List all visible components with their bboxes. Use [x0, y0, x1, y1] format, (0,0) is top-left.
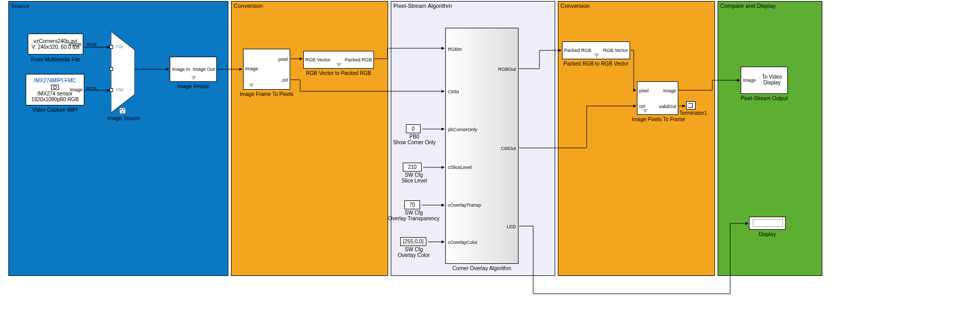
subsystem-arrow-icon — [249, 83, 254, 88]
resize-out: Image Out — [193, 67, 215, 72]
camera-icon — [50, 83, 60, 91]
region-title-conv2: Conversion — [560, 3, 590, 9]
algo-in-rgb: RGBIn — [448, 47, 462, 52]
slice-cap1: SW Cfg — [398, 172, 430, 178]
mipi-line2: IMX274 sensor — [37, 91, 72, 97]
unpack-caption: Packed RGB to RGB Vector — [559, 61, 633, 67]
subsystem-arrow-icon — [594, 54, 599, 58]
rgbvec-in: RGB Vector — [305, 57, 331, 62]
rgb-vector-to-packed-block[interactable]: RGB Vector Packed RGB — [303, 51, 374, 69]
display-inner — [753, 219, 783, 227]
algo-out-rgb: RGBOut — [498, 67, 516, 72]
switch-center-dot — [109, 67, 113, 71]
color-cap2: Overlay Color — [394, 252, 434, 258]
image-frame-to-pixels-block[interactable]: Image pixel ctrl — [243, 49, 290, 90]
region-title-source: Source — [11, 3, 29, 9]
subsystem-arrow-icon — [336, 63, 342, 67]
pb0-cap1: PB0 — [396, 134, 433, 140]
switch-caption: Image Source — [107, 115, 139, 121]
resize-in: Image In — [172, 67, 190, 72]
region-title-conv1: Conversion — [234, 3, 263, 9]
subsystem-arrow-icon — [191, 76, 196, 80]
algo-in-color: cOverlayColor — [448, 240, 478, 245]
svg-rect-4 — [120, 109, 122, 110]
display-block[interactable] — [749, 217, 786, 230]
color-cap1: SW Cfg — [398, 247, 430, 252]
display-caption: Display — [749, 231, 786, 237]
algo-out-led: LED — [506, 224, 516, 229]
svg-point-1 — [53, 86, 57, 89]
mmfile-caption: From Multimedia File — [28, 57, 83, 62]
switch-port-file-dot — [109, 45, 113, 49]
svg-rect-6 — [122, 111, 124, 113]
terminator-block[interactable] — [686, 101, 696, 110]
tovideo-caption: Pixel-Stream Output — [737, 95, 791, 101]
region-conversion-1: Conversion — [231, 1, 388, 276]
algo-in-pb: pbCornerOnly — [448, 127, 477, 132]
from-multimedia-file-block[interactable]: vzCorners240p.avi V: 240x320, 60.0 fps I… — [28, 34, 83, 55]
f2p-out-ctrl: ctrl — [282, 78, 288, 83]
pb0-cap2: Show Corner Only — [391, 140, 438, 145]
switch-port-hw: HW — [116, 87, 124, 92]
p2f-pixel: pixel — [639, 88, 649, 93]
svg-rect-3 — [119, 108, 126, 114]
p2f-image: Image — [663, 88, 676, 93]
algo-in-transp: cOverlayTransp — [448, 202, 481, 208]
terminator-caption: Terminator1 — [679, 110, 708, 116]
image-resize-block[interactable]: Image In Image Out — [170, 57, 217, 82]
transp-cap1: SW Cfg — [398, 210, 430, 216]
p2f-valid: validOut — [659, 104, 676, 109]
slice-cap2: Slice Level — [396, 178, 433, 184]
pb0-constant[interactable]: 0 — [406, 124, 421, 133]
unpack-out: RGB Vector — [603, 48, 628, 53]
subsystem-arrow-icon — [643, 109, 648, 113]
image-pixels-to-frame-block[interactable]: pixel ctrl Image validOut — [637, 81, 678, 115]
mipi-port-image: Image — [70, 87, 83, 92]
mipi-caption: Video Capture MIPI — [26, 107, 84, 113]
p2f-ctrl: ctrl — [639, 104, 645, 109]
packed-rgb-to-rgb-vector-block[interactable]: Packed RGB RGB Vector — [562, 41, 630, 59]
transp-cap2: Overlay Transparency — [388, 216, 440, 221]
rgbpack-caption: RGB Vector to Packed RGB — [303, 70, 374, 76]
unpack-in: Packed RGB — [564, 48, 591, 53]
switch-port-hw-dot — [109, 88, 113, 92]
region-title-compare: Compare and Display — [720, 3, 776, 9]
algo-in-slice: cSliceLevel — [448, 165, 472, 170]
mipi-link[interactable]: IMX274MIPI-FMC — [34, 78, 76, 83]
rgbpack-out: Packed RGB — [345, 57, 372, 62]
overlay-transp-constant[interactable]: 70 — [404, 200, 420, 209]
tovideo-port-image: Image — [743, 78, 756, 83]
f2p-out-pixel: pixel — [278, 57, 288, 62]
f2p-in-image: Image — [245, 66, 258, 71]
svg-rect-5 — [123, 109, 125, 110]
f2p-caption: Image Frame To Pixels — [238, 91, 295, 97]
sig-rgb-2: RGB — [86, 86, 97, 91]
algo-caption: Corner Overlay Algorithm — [445, 265, 519, 271]
algo-out-ctrl: CtrlOut — [501, 146, 516, 151]
sig-rgb-1: RGB — [86, 42, 97, 47]
mipi-line3: 1920x1080p60 RGB — [31, 97, 79, 102]
corner-overlay-algorithm-block[interactable]: RGBIn CtrlIn pbCornerOnly cSliceLevel cO… — [445, 28, 519, 264]
video-capture-mipi-block[interactable]: IMX274MIPI-FMC IMX274 sensor 1920x1080p6… — [26, 74, 84, 105]
image-source-switch-block[interactable]: File HW — [111, 31, 135, 113]
slice-level-constant[interactable]: 210 — [403, 163, 422, 172]
mmfile-port-image: Image — [69, 41, 82, 47]
switch-port-file: File — [116, 44, 124, 49]
to-video-display-block[interactable]: Image To Video Display — [741, 67, 788, 94]
model-ref-icon — [119, 108, 126, 114]
p2f-caption: Image Pixels To Frame — [632, 116, 684, 122]
tovideo-label: To Video Display — [759, 74, 785, 86]
overlay-color-constant[interactable]: [255,0,0] — [400, 237, 426, 246]
region-title-algo: Pixel-Stream Algorithm — [393, 3, 452, 9]
algo-in-ctrl: CtrlIn — [448, 89, 459, 94]
resize-caption: Image Resize — [170, 83, 217, 89]
